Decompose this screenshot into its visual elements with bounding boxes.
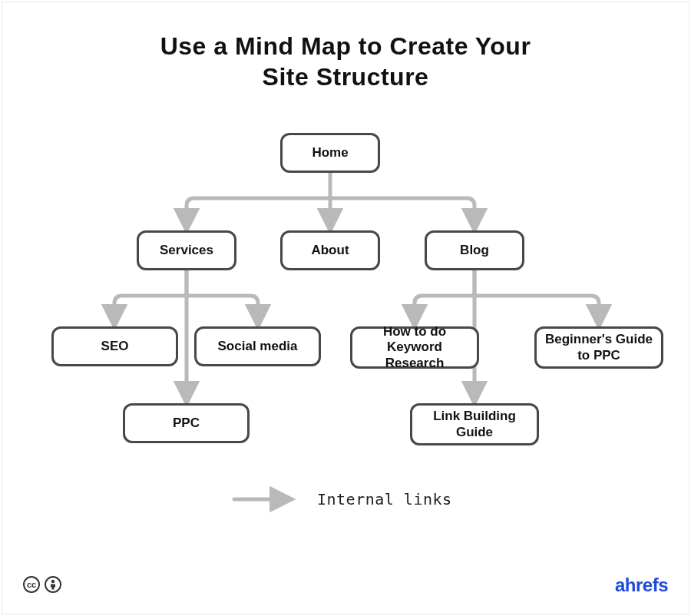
node-blog-label: Blog: [460, 243, 489, 258]
node-keyword-research-label: How to do Keyword Research: [359, 324, 471, 371]
legend-label: Internal links: [317, 490, 452, 508]
node-link-building-label: Link Building Guide: [418, 409, 531, 440]
node-beginners-guide: Beginner's Guide to PPC: [534, 326, 663, 369]
brand-text: ahrefs: [615, 575, 668, 595]
legend: Internal links: [230, 490, 452, 508]
node-seo-label: SEO: [101, 339, 129, 354]
node-services-label: Services: [160, 243, 213, 258]
node-home-label: Home: [312, 145, 348, 161]
node-seo: SEO: [51, 326, 178, 366]
cc-by-icon: [45, 576, 61, 593]
node-beginners-guide-label: Beginner's Guide to PPC: [543, 332, 655, 363]
node-ppc: PPC: [123, 403, 250, 443]
node-ppc-label: PPC: [173, 416, 200, 431]
node-social: Social media: [194, 326, 321, 366]
node-about-label: About: [311, 243, 349, 258]
title-line-1: Use a Mind Map to Create Your: [160, 32, 531, 60]
svg-point-0: [51, 580, 55, 583]
node-services: Services: [137, 230, 236, 270]
node-about: About: [280, 230, 380, 270]
node-social-label: Social media: [218, 339, 298, 354]
title-line-2: Site Structure: [263, 63, 429, 91]
node-home: Home: [280, 133, 380, 173]
brand-logo: ahrefs: [615, 575, 668, 596]
license-icons: cc: [23, 576, 61, 593]
diagram-frame: [2, 2, 689, 614]
page-title: Use a Mind Map to Create Your Site Struc…: [0, 31, 691, 92]
node-link-building: Link Building Guide: [410, 403, 539, 445]
node-blog: Blog: [425, 230, 524, 270]
node-keyword-research: How to do Keyword Research: [350, 326, 479, 369]
cc-icon: cc: [23, 576, 40, 593]
